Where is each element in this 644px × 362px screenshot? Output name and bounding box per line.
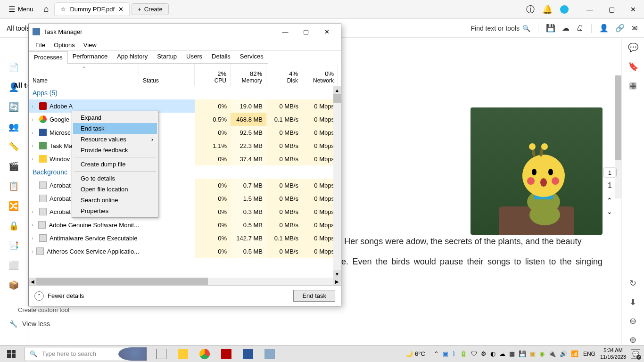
hscroll-left[interactable]: ◀ [29,278,36,285]
home-button[interactable]: ⌂ [40,2,53,16]
print-icon[interactable]: 🖨 [576,24,584,33]
tab-details[interactable]: Details [207,51,235,64]
cloud-icon[interactable]: ☁ [562,24,570,33]
explorer-icon[interactable] [173,346,193,362]
context-menu-item[interactable]: Resource values› [73,134,157,145]
col-memory[interactable]: 82%Memory [231,64,266,86]
tray-bluetooth[interactable]: ᛒ [452,350,456,357]
bell-icon[interactable]: 🔔 [542,4,553,15]
tray-icon-4[interactable]: ⚙ [481,350,487,357]
tm-horizontal-scrollbar[interactable]: ◀ ▶ [29,278,341,285]
context-menu-item[interactable]: Go to details [73,173,157,184]
tab-app-history[interactable]: App history [112,51,152,64]
thumbnails-icon[interactable]: ▦ [629,80,637,90]
menu-button[interactable]: ☰Menu [4,3,38,16]
process-row[interactable]: › Adobe Genuine Software Monit... 0% 0.5… [29,218,341,231]
tm-vertical-scrollbar[interactable]: ▲ ▼ [333,86,341,278]
scroll-down-arrow[interactable]: ▼ [333,270,341,278]
tray-power[interactable]: 🔌 [548,350,556,357]
tray-nvidia[interactable]: ◉ [539,350,545,357]
sidebar-icon-11[interactable]: ⬜ [8,259,20,272]
start-button[interactable] [0,346,23,362]
all-tools-label[interactable]: All tools [7,25,30,32]
expand-arrow-icon[interactable]: › [32,130,36,135]
page-current[interactable]: 1 [603,168,617,178]
minimize-button[interactable]: — [579,0,601,19]
mail-icon[interactable]: ✉ [631,24,637,33]
process-row[interactable]: › Atheros Coex Service Applicatio... 0% … [29,245,341,258]
taskview-icon[interactable] [151,346,172,362]
sidebar-icon-6[interactable]: 🎬 [8,160,20,173]
sidebar-icon-5[interactable]: 📏 [8,140,20,153]
tray-icon-1[interactable]: ▣ [443,350,448,357]
sidebar-icon-8[interactable]: 🔀 [8,200,20,212]
expand-arrow-icon[interactable]: › [32,235,36,241]
save-icon[interactable]: 💾 [546,24,555,33]
hscroll-thumb[interactable] [36,278,208,285]
sidebar-icon-12[interactable]: 📦 [8,279,20,291]
sidebar-icon-10[interactable]: 📑 [8,239,20,252]
context-menu-item[interactable]: Expand [73,112,157,123]
close-button[interactable]: ✕ [622,0,644,19]
tab-performance[interactable]: Performance [68,51,112,64]
expand-arrow-icon[interactable]: › [32,103,36,109]
col-disk[interactable]: 4%Disk [266,64,302,86]
tray-icon-3[interactable]: 🛡 [471,350,477,357]
tm-close[interactable]: ✕ [316,24,337,39]
menu-view[interactable]: View [80,41,100,49]
tab-users[interactable]: Users [182,51,207,64]
avatar[interactable] [560,5,569,14]
tray-wifi[interactable]: 📶 [571,350,578,357]
end-task-button[interactable]: End task [293,290,335,302]
tm-minimize[interactable]: — [275,24,296,39]
comment-icon[interactable]: 💬 [628,42,638,53]
tray-icon-5[interactable]: ◐ [490,350,495,357]
bookmark-icon[interactable]: 🔖 [628,61,638,72]
document-tab[interactable]: ☆ Dummy PDF.pdf ✕ [54,2,130,16]
zoom-out-icon[interactable]: ⊖ [629,316,636,326]
chrome-taskbar-icon[interactable] [194,346,215,362]
taskmanager-taskbar-icon[interactable] [259,346,280,362]
context-menu-item[interactable]: Provide feedback [73,145,157,156]
expand-arrow-icon[interactable]: › [32,248,33,254]
expand-arrow-icon[interactable]: › [32,209,36,214]
task-manager-titlebar[interactable]: Task Manager — ▢ ✕ [29,24,341,39]
tray-icon-2[interactable]: 🔋 [460,350,467,357]
expand-arrow-icon[interactable]: › [32,116,36,122]
view-less-button[interactable]: 🔧 View less [9,320,50,328]
expand-arrow-icon[interactable]: › [32,156,36,162]
search-box[interactable]: 🔍 Type here to search [25,347,147,361]
context-menu-item[interactable]: Search online [73,195,157,206]
help-icon[interactable]: ⓘ [526,4,535,15]
notification-center[interactable]: 💬2 [631,349,640,359]
tab-processes[interactable]: Processes [29,51,68,64]
tray-clock[interactable]: 5:34 AM 11/16/2023 [600,347,626,360]
weather-widget[interactable]: 🌙6°C [405,350,425,357]
tray-language[interactable]: ENG [583,351,595,357]
scroll-thumb[interactable] [333,94,341,103]
word-taskbar-icon[interactable] [238,346,258,362]
refresh-icon[interactable]: ↻ [629,278,636,288]
process-row[interactable]: › Antimalware Service Executable 0% 142.… [29,231,341,245]
sidebar-icon-9[interactable]: 🔒 [8,220,20,232]
context-menu-item[interactable]: Properties [73,206,157,216]
tab-services[interactable]: Services [235,51,268,64]
tab-close-button[interactable]: ✕ [118,6,124,13]
maximize-button[interactable]: ▢ [601,0,622,19]
col-network[interactable]: 0%Network [302,64,338,86]
sidebar-icon-1[interactable]: 📄 [8,61,20,74]
hscroll-right[interactable]: ▶ [333,278,341,285]
expand-arrow-icon[interactable]: › [32,222,35,228]
scroll-up-arrow[interactable]: ▲ [333,86,341,94]
tray-volume[interactable]: 🔊 [560,350,567,357]
sidebar-icon-7[interactable]: 📋 [8,180,20,192]
page-down[interactable]: ⌄ [607,208,612,215]
context-menu-item[interactable]: Open file location [73,184,157,195]
tray-chevron[interactable]: ⌃ [434,350,439,357]
fewer-details-button[interactable]: ⌃ Fewer details [34,291,84,301]
context-menu-item[interactable]: End task [73,123,157,134]
sidebar-icon-4[interactable]: 👥 [8,121,20,133]
sidebar-icon-3[interactable]: 🔄 [8,101,20,113]
col-name[interactable]: ⌃Name [29,64,139,86]
link-icon[interactable]: 🔗 [615,24,625,33]
